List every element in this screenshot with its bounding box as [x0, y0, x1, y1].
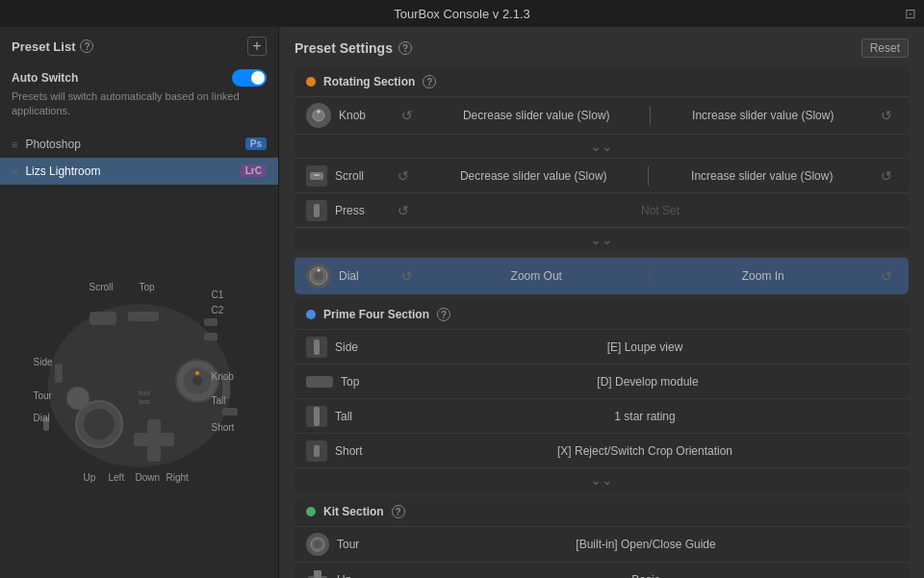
- tall-action[interactable]: 1 star rating: [393, 410, 897, 423]
- tour-ctrl-label: Tour: [337, 538, 395, 551]
- tour-action[interactable]: [Built-in] Open/Close Guide: [395, 538, 897, 551]
- down-label: Down: [136, 472, 161, 483]
- titlebar: TourBox Console v 2.1.3 ⊡: [0, 0, 924, 27]
- drag-icon: ≡: [12, 138, 17, 150]
- knob-action-right[interactable]: Increase slider value (Slow): [654, 109, 873, 122]
- auto-switch-label: Auto Switch: [12, 71, 78, 85]
- dial-action-reset[interactable]: ↺: [876, 265, 897, 287]
- svg-point-27: [318, 269, 321, 272]
- up-ctrl-label: Up: [337, 573, 395, 578]
- preset-item-photoshop[interactable]: ≡ Photoshop Ps: [0, 131, 278, 158]
- svg-point-26: [314, 271, 323, 281]
- dial-label: Dial: [339, 269, 397, 283]
- svg-rect-5: [55, 364, 63, 383]
- rotating-section: Rotating Section ? Knob ↺ Decrease slide…: [295, 67, 909, 251]
- short-action[interactable]: [X] Reject/Switch Crop Orientation: [393, 444, 897, 458]
- device-diagram: Scroll Top C1 C2 Side Knob Tour Tall Dia…: [34, 280, 245, 482]
- expand-row-2[interactable]: ⌄⌄: [295, 227, 909, 251]
- expand-icon: ⌄⌄: [590, 472, 613, 488]
- tall-ctrl-label: Tall: [335, 410, 393, 423]
- svg-rect-22: [310, 172, 323, 180]
- up-action[interactable]: Basic: [395, 573, 897, 578]
- preset-item-lightroom[interactable]: ≡ Lizs Lightroom LrC: [0, 158, 278, 185]
- knob-row: Knob ↺ Decrease slider value (Slow) Incr…: [295, 96, 909, 134]
- window-controls[interactable]: ⊡: [905, 6, 916, 21]
- drag-icon: ≡: [12, 165, 17, 177]
- press-icon: [306, 200, 327, 221]
- prime-four-help-icon[interactable]: ?: [437, 308, 450, 321]
- prime-four-header: Prime Four Section ?: [295, 300, 909, 329]
- press-action[interactable]: Not Set: [424, 204, 897, 217]
- reset-button[interactable]: Reset: [861, 38, 909, 58]
- tall-label: Tall: [212, 395, 226, 406]
- top-row: Top [D] Develop module: [295, 364, 909, 398]
- svg-rect-2: [128, 312, 159, 321]
- preset-list-header: Preset List ? +: [0, 27, 278, 63]
- preset-list-label: Preset List: [12, 39, 75, 54]
- short-ctrl-label: Short: [335, 444, 393, 458]
- divider: [650, 266, 651, 286]
- c2-label: C2: [212, 305, 224, 315]
- tall-icon: [306, 406, 327, 427]
- kit-section-header: Kit Section ?: [295, 497, 909, 526]
- add-preset-button[interactable]: +: [247, 37, 267, 56]
- svg-rect-30: [314, 445, 320, 457]
- short-icon: [306, 440, 327, 462]
- preset-settings-header: Preset Settings ? Reset: [279, 27, 924, 67]
- settings-help-icon[interactable]: ?: [398, 41, 412, 55]
- knob-reset-icon[interactable]: ↺: [397, 105, 418, 126]
- c1-label: C1: [212, 289, 224, 300]
- left-label: Left: [109, 472, 125, 483]
- right-panel: Preset Settings ? Reset Rotating Section…: [279, 27, 924, 578]
- rotating-help-icon[interactable]: ?: [423, 75, 436, 88]
- scroll-action-reset[interactable]: ↺: [876, 165, 897, 187]
- side-row: Side [E] Loupe view: [295, 329, 909, 364]
- knob-action-left[interactable]: Decrease slider value (Slow): [427, 109, 646, 122]
- dial-action-right[interactable]: Zoom In: [654, 269, 873, 283]
- knob-icon: [306, 103, 331, 128]
- scroll-icon: [306, 165, 327, 187]
- scroll-action-right[interactable]: Increase slider value (Slow): [653, 169, 873, 183]
- tall-row: Tall 1 star rating: [295, 398, 909, 433]
- dial-reset-icon[interactable]: ↺: [397, 265, 418, 287]
- svg-rect-35: [314, 570, 321, 578]
- knob-label: Knob: [212, 371, 234, 382]
- up-label: Up: [84, 472, 96, 483]
- expand-row-1[interactable]: ⌄⌄: [295, 134, 909, 158]
- knob-action-reset[interactable]: ↺: [876, 105, 897, 126]
- tour-ctrl-icon: [306, 533, 329, 556]
- divider: [648, 166, 649, 186]
- scroll-row: Scroll ↺ Decrease slider value (Slow) In…: [295, 158, 909, 192]
- scroll-reset-icon[interactable]: ↺: [393, 165, 414, 187]
- expand-icon: ⌄⌄: [590, 232, 613, 247]
- dial-action-left[interactable]: Zoom Out: [427, 269, 646, 283]
- svg-rect-15: [222, 408, 238, 415]
- top-action[interactable]: [D] Develop module: [398, 375, 897, 389]
- dial-label: Dial: [34, 413, 50, 423]
- top-label: Top: [140, 282, 155, 292]
- dial-section: Dial ↺ Zoom Out Zoom In ↺: [295, 257, 909, 294]
- sections-scroll[interactable]: Rotating Section ? Knob ↺ Decrease slide…: [279, 67, 924, 578]
- scroll-action-left[interactable]: Decrease slider value (Slow): [424, 169, 644, 183]
- divider: [650, 106, 651, 125]
- rotating-section-label: Rotating Section: [323, 75, 415, 88]
- svg-point-13: [84, 409, 115, 440]
- preset-items: ≡ Photoshop Ps ≡ Lizs Lightroom LrC: [0, 131, 278, 185]
- expand-row-3[interactable]: ⌄⌄: [295, 467, 909, 491]
- auto-switch-toggle[interactable]: [232, 69, 267, 87]
- press-label: Press: [335, 204, 393, 217]
- preset-list-title: Preset List ?: [12, 39, 93, 54]
- auto-switch-desc: Presets will switch automatically based …: [12, 89, 267, 119]
- svg-point-21: [318, 111, 321, 113]
- auto-switch-bar: Auto Switch Presets will switch automati…: [0, 63, 278, 125]
- kit-help-icon[interactable]: ?: [392, 505, 405, 518]
- tour-label: Tour: [34, 390, 52, 401]
- lr-badge: LrC: [241, 164, 267, 177]
- press-reset-icon[interactable]: ↺: [393, 200, 414, 221]
- preset-settings-title: Preset Settings ?: [295, 40, 412, 56]
- preset-list-help-icon[interactable]: ?: [80, 39, 93, 53]
- side-action[interactable]: [E] Loupe view: [393, 340, 897, 354]
- kit-section-label: Kit Section: [323, 505, 384, 518]
- up-icon: [306, 568, 329, 578]
- app-title: TourBox Console v 2.1.3: [394, 7, 530, 21]
